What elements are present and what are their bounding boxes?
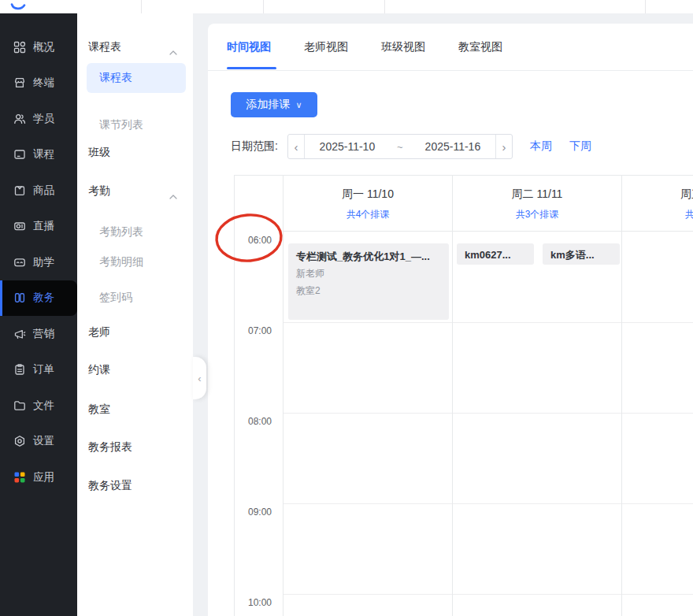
sidebar-item-settings[interactable]: 设置: [0, 424, 77, 460]
goods-box-icon: [13, 184, 26, 197]
course-card-icon: [13, 148, 26, 161]
submenu-item-reports[interactable]: 教务报表: [77, 438, 193, 457]
submenu-item-label: 签到码: [77, 291, 132, 305]
chevron-up-icon: [169, 189, 177, 202]
logo-icon[interactable]: [10, 0, 26, 14]
sidebar-item-files[interactable]: 文件: [0, 388, 77, 424]
event-title: km0627...: [465, 249, 511, 261]
submenu-item-label: 教务报表: [77, 440, 132, 455]
schedule-calendar: 06:00 07:00 08:00 09:00 10:00 周一 11/10 共…: [234, 175, 693, 616]
submenu-item-schedule-active[interactable]: 课程表: [87, 63, 186, 93]
sidebar-item-study-aid[interactable]: 助学: [0, 244, 77, 280]
submenu-item-classes[interactable]: 班级: [77, 143, 193, 162]
tab-class-view[interactable]: 班级视图: [381, 24, 425, 70]
submenu-item-classrooms[interactable]: 教室: [77, 400, 193, 419]
tab-teacher-view[interactable]: 老师视图: [304, 24, 348, 70]
end-date-value[interactable]: 2025-11-16: [410, 140, 495, 153]
date-range-label: 日期范围:: [231, 139, 278, 154]
event-title: 专栏测试_教务优化1对1_—...: [296, 250, 441, 264]
main-panel: 时间视图 老师视图 班级视图 教室视图 添加排课 ∨ 日期范围: ‹ 2025-…: [208, 24, 693, 616]
sidebar-item-live[interactable]: 直播: [0, 209, 77, 245]
submenu-item-booking[interactable]: 约课: [77, 361, 193, 380]
submenu-item-teachers[interactable]: 老师: [77, 323, 193, 342]
sidebar-item-terminal[interactable]: 终端: [0, 65, 77, 102]
screen: 概况 终端 学员 课程 商品 直播: [0, 0, 693, 616]
day-schedule-count[interactable]: 共4个排课: [284, 208, 452, 221]
sidebar-item-label: 设置: [33, 434, 54, 448]
sidebar-item-apps[interactable]: 应用: [0, 459, 77, 495]
day-header: 周三 11/12 共3个排课: [622, 176, 693, 232]
day-grid-tuesday[interactable]: km0627... km多语...: [453, 232, 621, 616]
submenu-item-label: 课节列表: [77, 118, 143, 132]
sidebar-item-overview[interactable]: 概况: [0, 29, 77, 65]
sidebar-item-orders[interactable]: 订单: [0, 352, 77, 388]
chevron-down-icon: ∨: [295, 100, 302, 110]
this-week-link[interactable]: 本周: [530, 139, 552, 154]
tab-classroom-view[interactable]: 教室视图: [458, 24, 502, 70]
tab-label: 班级视图: [381, 40, 425, 54]
date-range-picker[interactable]: ‹ 2025-11-10 ~ 2025-11-16 ›: [287, 134, 513, 159]
event-teacher: 新老师: [296, 266, 441, 281]
submenu-item-lesson-list[interactable]: 课节列表: [77, 116, 193, 135]
sidebar-collapse-handle[interactable]: ‹: [193, 357, 206, 399]
submenu-item-label: 教务设置: [77, 479, 132, 493]
sidebar-item-students[interactable]: 学员: [0, 101, 77, 137]
time-label: 10:00: [248, 597, 272, 608]
day-name: 周二 11/11: [453, 176, 621, 202]
primary-sidebar: 概况 终端 学员 课程 商品 直播: [0, 13, 77, 616]
schedule-event-card[interactable]: km0627...: [457, 243, 534, 265]
prev-week-arrow[interactable]: ‹: [288, 135, 305, 158]
submenu-item-label: 老师: [77, 325, 110, 340]
sidebar-item-label: 订单: [33, 362, 54, 377]
sidebar-item-label: 应用: [33, 470, 54, 484]
schedule-event-card[interactable]: 专栏测试_教务优化1对1_—... 新老师 教室2: [288, 243, 449, 320]
sidebar-item-label: 终端: [33, 76, 54, 90]
top-strip: [0, 0, 693, 13]
event-title: km多语...: [550, 249, 595, 261]
tab-label: 教室视图: [458, 40, 502, 54]
submenu-item-checkin-code[interactable]: 签到码: [77, 288, 193, 307]
submenu-group-label: 考勤: [77, 184, 110, 199]
chevron-left-icon: ‹: [198, 373, 201, 384]
tab-time-view[interactable]: 时间视图: [227, 24, 271, 70]
start-date-value[interactable]: 2025-11-10: [305, 140, 390, 153]
secondary-sidebar: 课程表 课程表 课节列表 班级 考勤 考勤列表 考勤明细 签到码 老师: [77, 13, 193, 616]
submenu-group-schedule[interactable]: 课程表: [77, 38, 193, 57]
tab-label: 时间视图: [227, 40, 271, 54]
folder-icon: [13, 399, 26, 412]
megaphone-icon: [13, 327, 26, 340]
day-grid-monday[interactable]: 专栏测试_教务优化1对1_—... 新老师 教室2: [284, 232, 452, 616]
submenu-group-label: 课程表: [77, 40, 121, 54]
submenu-item-attendance-list[interactable]: 考勤列表: [77, 223, 193, 242]
day-schedule-count[interactable]: 共3个排课: [453, 208, 621, 221]
sidebar-item-marketing[interactable]: 营销: [0, 316, 77, 352]
submenu-group-attendance[interactable]: 考勤: [77, 182, 193, 201]
submenu-item-attendance-detail[interactable]: 考勤明细: [77, 253, 193, 272]
time-label: 08:00: [248, 416, 272, 427]
event-room: 教室2: [296, 284, 441, 299]
view-tabs: 时间视图 老师视图 班级视图 教室视图: [208, 24, 693, 71]
sidebar-item-label: 课程: [33, 147, 54, 161]
date-range-row: 日期范围: ‹ 2025-11-10 ~ 2025-11-16 › 本周 下周: [231, 134, 591, 159]
submenu-item-label: 教室: [77, 403, 110, 417]
add-schedule-label: 添加排课: [246, 98, 290, 112]
sidebar-item-label: 直播: [33, 219, 54, 233]
day-header: 周一 11/10 共4个排课: [284, 176, 452, 232]
next-week-link[interactable]: 下周: [569, 139, 591, 154]
schedule-event-card[interactable]: km多语...: [543, 243, 620, 265]
topbar-divider: [263, 0, 264, 13]
submenu-item-edu-settings[interactable]: 教务设置: [77, 477, 193, 495]
sidebar-item-label: 学员: [33, 112, 54, 126]
time-axis: 06:00 07:00 08:00 09:00 10:00: [235, 176, 283, 616]
storefront-icon: [13, 76, 26, 90]
next-week-arrow[interactable]: ›: [495, 135, 512, 158]
sidebar-item-goods[interactable]: 商品: [0, 173, 77, 209]
day-schedule-count[interactable]: 共3个排课: [622, 208, 693, 221]
sidebar-item-courses[interactable]: 课程: [0, 137, 77, 173]
sidebar-item-educational-affairs[interactable]: 教务: [0, 280, 77, 317]
primary-nav: 概况 终端 学员 课程 商品 直播: [0, 29, 77, 495]
day-grid-wednesday[interactable]: [622, 232, 693, 616]
sidebar-item-label: 助学: [33, 255, 54, 269]
sidebar-item-label: 教务: [33, 291, 54, 305]
add-schedule-button[interactable]: 添加排课 ∨: [231, 92, 317, 117]
